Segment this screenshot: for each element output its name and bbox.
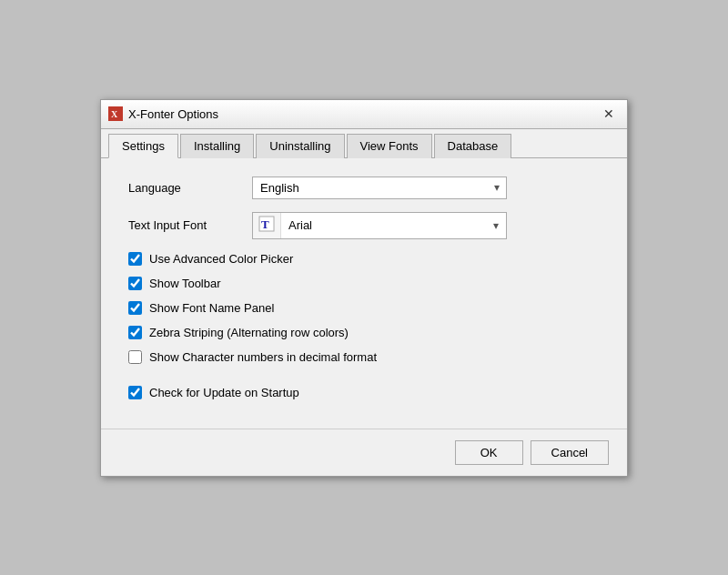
language-label: Language [128,181,238,195]
char-decimal-label[interactable]: Show Character numbers in decimal format [149,350,377,364]
adv-color-picker-checkbox[interactable] [128,252,142,266]
ok-button[interactable]: OK [455,440,523,465]
checkbox-row-check-update: Check for Update on Startup [128,386,600,399]
tab-uninstalling[interactable]: Uninstalling [256,134,344,158]
checkbox-row-zebra: Zebra Striping (Alternating row colors) [128,326,600,339]
close-button[interactable]: ✕ [598,103,620,125]
font-dropdown-wrapper: T Arial Times New Roman Verdana Tahoma [252,212,507,239]
tab-view-fonts[interactable]: View Fonts [347,134,432,158]
check-update-label[interactable]: Check for Update on Startup [149,386,299,399]
zebra-striping-label[interactable]: Zebra Striping (Alternating row colors) [149,326,349,339]
window-title: X-Fonter Options [128,107,218,121]
svg-text:X: X [111,109,118,119]
font-icon: T [253,213,281,238]
checkbox-row-char-decimal: Show Character numbers in decimal format [128,350,600,364]
checkbox-row-adv-color: Use Advanced Color Picker [128,252,600,266]
check-update-checkbox[interactable] [128,386,142,399]
tab-settings[interactable]: Settings [108,134,178,158]
checkbox-row-show-toolbar: Show Toolbar [128,277,600,290]
font-control: T Arial Times New Roman Verdana Tahoma [252,212,600,239]
text-input-font-label: Text Input Font [128,218,238,232]
show-toolbar-label[interactable]: Show Toolbar [149,277,221,290]
language-row: Language English French German Spanish [128,177,600,199]
language-control: English French German Spanish [252,177,600,199]
language-dropdown-wrapper: English French German Spanish [252,177,507,199]
app-icon: X [108,106,123,121]
tab-database[interactable]: Database [434,134,512,158]
checkbox-row-font-name-panel: Show Font Name Panel [128,301,600,315]
show-font-name-panel-label[interactable]: Show Font Name Panel [149,301,274,315]
tab-bar: Settings Installing Uninstalling View Fo… [101,129,627,158]
adv-color-picker-label[interactable]: Use Advanced Color Picker [149,252,293,266]
footer: OK Cancel [101,429,627,476]
zebra-striping-checkbox[interactable] [128,326,142,339]
svg-text:T: T [261,217,269,231]
char-decimal-checkbox[interactable] [128,350,142,364]
cancel-button[interactable]: Cancel [531,440,609,465]
text-input-font-row: Text Input Font T Arial Times New Roman … [128,212,600,239]
font-select[interactable]: Arial Times New Roman Verdana Tahoma [281,215,506,236]
show-font-name-panel-checkbox[interactable] [128,301,142,315]
language-select[interactable]: English French German Spanish [252,177,507,199]
settings-content: Language English French German Spanish T… [101,158,627,429]
title-bar: X X-Fonter Options ✕ [101,100,627,129]
title-bar-left: X X-Fonter Options [108,106,218,121]
tab-installing[interactable]: Installing [180,134,254,158]
main-window: X X-Fonter Options ✕ Settings Installing… [100,99,628,477]
show-toolbar-checkbox[interactable] [128,277,142,290]
checkboxes-section: Use Advanced Color Picker Show Toolbar S… [128,252,600,399]
